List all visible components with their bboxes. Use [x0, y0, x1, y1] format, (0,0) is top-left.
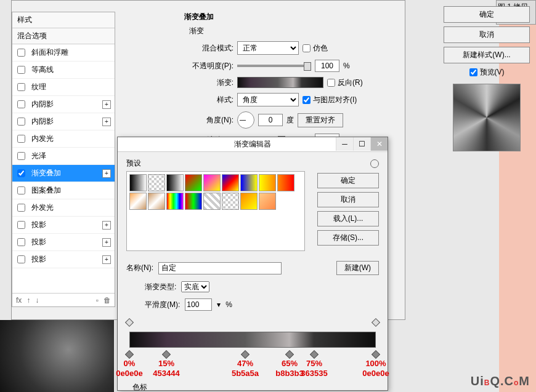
preset-swatch[interactable]: [148, 193, 165, 210]
style-item[interactable]: 投影+: [12, 234, 115, 251]
ge-cancel-button[interactable]: 取消: [317, 192, 379, 207]
preset-swatch[interactable]: [185, 174, 202, 191]
minimize-icon[interactable]: ─: [336, 137, 353, 151]
name-input[interactable]: [158, 262, 282, 274]
style-item[interactable]: 投影+: [12, 217, 115, 234]
style-checkbox[interactable]: [17, 169, 25, 177]
plus-icon[interactable]: +: [102, 169, 111, 178]
opacity-slider[interactable]: [237, 65, 311, 67]
preset-swatch[interactable]: [259, 193, 276, 210]
grad-type-select[interactable]: 实底: [181, 281, 209, 292]
color-stop[interactable]: [285, 350, 294, 359]
style-item[interactable]: 渐变叠加+: [12, 165, 115, 182]
watermark: UiBQ.CoM: [471, 374, 530, 388]
name-label: 名称(N):: [126, 263, 153, 273]
blend-mode-select[interactable]: 正常: [237, 41, 299, 55]
opacity-input[interactable]: [315, 60, 339, 72]
arrow-up-icon[interactable]: ↑: [26, 296, 30, 305]
preset-swatch[interactable]: [240, 193, 258, 210]
preview-checkbox[interactable]: [469, 68, 477, 76]
style-item[interactable]: 斜面和浮雕: [12, 44, 115, 62]
color-stop[interactable]: [372, 350, 380, 359]
style-checkbox[interactable]: [17, 186, 25, 194]
style-item[interactable]: 等高线: [12, 62, 115, 79]
cancel-button[interactable]: 取消: [444, 26, 530, 43]
arrow-down-icon[interactable]: ↓: [35, 296, 39, 305]
style-item[interactable]: 图案叠加: [12, 182, 115, 199]
align-checkbox[interactable]: [303, 96, 311, 104]
maximize-icon[interactable]: ☐: [353, 137, 370, 151]
trash-icon[interactable]: 🗑: [104, 296, 111, 305]
preset-swatch[interactable]: [185, 193, 202, 210]
ge-ok-button[interactable]: 确定: [317, 173, 379, 188]
add-icon[interactable]: ▫: [96, 296, 99, 305]
plus-icon[interactable]: +: [102, 100, 111, 109]
style-checkbox[interactable]: [17, 152, 25, 160]
style-checkbox[interactable]: [17, 238, 25, 246]
style-checkbox[interactable]: [17, 135, 25, 143]
preset-swatch[interactable]: [277, 174, 294, 191]
reverse-checkbox[interactable]: [327, 79, 335, 87]
ge-load-button[interactable]: 载入(L)...: [317, 211, 379, 226]
dither-checkbox[interactable]: [303, 44, 311, 52]
style-item[interactable]: 外发光: [12, 199, 115, 217]
color-stop[interactable]: [241, 350, 250, 359]
gradient-preview[interactable]: [237, 77, 323, 88]
opacity-label: 不透明度(P):: [184, 61, 233, 71]
style-label: 外发光: [31, 202, 54, 213]
style-checkbox[interactable]: [17, 204, 25, 212]
opacity-stop[interactable]: [125, 318, 134, 327]
ok-button[interactable]: 确定: [444, 6, 530, 23]
reset-align-button[interactable]: 重置对齐: [298, 113, 343, 127]
preset-swatch[interactable]: [240, 174, 258, 191]
gradient-editor-titlebar[interactable]: 渐变编辑器 ─ ☐ ✕: [118, 137, 388, 152]
style-checkbox[interactable]: [17, 49, 25, 57]
color-stop[interactable]: [125, 350, 134, 359]
preset-swatch[interactable]: [129, 193, 147, 210]
preset-swatch[interactable]: [203, 193, 221, 210]
styles-header[interactable]: 样式: [12, 12, 115, 28]
close-icon[interactable]: ✕: [370, 137, 388, 151]
style-checkbox[interactable]: [17, 83, 25, 91]
gradient-bar[interactable]: [129, 332, 376, 348]
blend-options[interactable]: 混合选项: [12, 28, 115, 44]
plus-icon[interactable]: +: [102, 238, 111, 247]
gear-icon[interactable]: [370, 159, 379, 168]
color-stop[interactable]: [162, 350, 171, 359]
ge-save-button[interactable]: 存储(S)...: [317, 230, 379, 246]
stop-hex-annotation: 363535: [301, 369, 327, 378]
preset-swatch[interactable]: [222, 174, 239, 191]
style-item[interactable]: 内阴影+: [12, 96, 115, 113]
preset-swatch[interactable]: [129, 174, 147, 191]
plus-icon[interactable]: +: [102, 221, 111, 230]
preset-swatch[interactable]: [222, 193, 239, 210]
preset-swatch[interactable]: [259, 174, 276, 191]
style-checkbox[interactable]: [17, 100, 25, 108]
new-style-button[interactable]: 新建样式(W)...: [444, 47, 530, 63]
style-checkbox[interactable]: [17, 118, 25, 126]
preset-swatch[interactable]: [148, 174, 165, 191]
style-select[interactable]: 角度: [237, 93, 299, 106]
style-checkbox[interactable]: [17, 255, 25, 263]
smooth-dropdown-icon[interactable]: ▾: [217, 300, 221, 309]
style-item[interactable]: 投影+: [12, 251, 115, 268]
stop-hex-annotation: b8b3b3: [275, 369, 304, 378]
plus-icon[interactable]: +: [102, 255, 111, 264]
color-stop[interactable]: [310, 350, 319, 359]
style-item[interactable]: 纹理: [12, 79, 115, 96]
preset-swatch[interactable]: [166, 174, 184, 191]
style-item[interactable]: 内发光: [12, 130, 115, 148]
opacity-stop[interactable]: [372, 318, 380, 327]
smooth-input[interactable]: [185, 298, 212, 311]
angle-dial[interactable]: [237, 111, 254, 129]
preset-swatch[interactable]: [203, 174, 221, 191]
preset-swatch[interactable]: [166, 193, 184, 210]
fx-label[interactable]: fx: [16, 296, 22, 305]
style-checkbox[interactable]: [17, 221, 25, 229]
style-item[interactable]: 光泽: [12, 148, 115, 165]
ge-new-button[interactable]: 新建(W): [336, 261, 379, 275]
plus-icon[interactable]: +: [102, 118, 111, 126]
style-checkbox[interactable]: [17, 66, 25, 74]
style-item[interactable]: 内阴影+: [12, 113, 115, 130]
angle-input[interactable]: [258, 114, 283, 126]
